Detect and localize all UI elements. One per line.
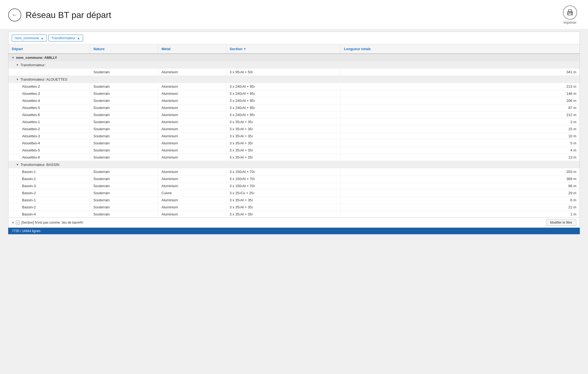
- cell-nature: Souterrain: [90, 140, 158, 147]
- cell-nature: Souterrain: [90, 168, 158, 175]
- table-row: Bassin-2 Souterrain Aluminium 3 x 352 Al…: [8, 204, 580, 211]
- cell-nature: Souterrain: [90, 111, 158, 118]
- cell-nature: Souterrain: [90, 118, 158, 125]
- cell-depart: Bassin-2: [8, 190, 90, 196]
- table-row: Bassin-2 Souterrain Aluminium 3 x 1502 A…: [8, 175, 580, 183]
- cell-longueur: 203 m: [341, 168, 580, 175]
- col-metal[interactable]: Métal: [158, 44, 226, 53]
- cell-section: 3 x 2402 Al + 952: [226, 97, 341, 104]
- group-tag-transformateur[interactable]: Transformateur ▲: [48, 35, 83, 41]
- group-label: Transformateur:: [20, 63, 45, 67]
- print-button[interactable]: Imprimer: [563, 5, 577, 25]
- cell-section: 3 x 352 Al + 352: [226, 197, 341, 203]
- print-label: Imprimer: [563, 21, 576, 25]
- filter-x-icon[interactable]: ✕: [12, 221, 14, 224]
- group-tag-commune[interactable]: nom_commune ▲: [12, 35, 47, 41]
- cell-nature: Souterrain: [90, 175, 158, 182]
- cell-longueur: 1 m: [341, 211, 580, 217]
- cell-metal: Aluminium: [158, 183, 226, 189]
- table-body: ▼nom_commune: AMILLY▼Transformateur: Sou…: [8, 54, 580, 217]
- cell-depart: Alouettes-5: [8, 147, 90, 154]
- cell-section: 3 x 352 Al + 352: [226, 140, 341, 147]
- table-row: Bassin-2 Souterrain Cuivre 3 x 252 Cu + …: [8, 190, 580, 197]
- col-longueur[interactable]: Longueur totale: [341, 44, 580, 53]
- col-section[interactable]: Section ▼: [226, 44, 341, 53]
- cell-nature: Souterrain: [90, 183, 158, 189]
- cell-longueur: 213 m: [341, 83, 580, 90]
- back-button[interactable]: ←: [8, 8, 21, 22]
- table-row: Bassin-1 Souterrain Aluminium 3 x 352 Al…: [8, 197, 580, 204]
- cell-depart: Alouettes-5: [8, 104, 90, 111]
- cell-metal: Cuivre: [158, 190, 226, 196]
- header: ← Réseau BT par départ Imprimer: [0, 0, 588, 29]
- collapse-icon[interactable]: ▼: [16, 163, 19, 166]
- cell-depart: Alouettes-2: [8, 83, 90, 90]
- cell-section: 3 x 352 Al + 352: [226, 211, 341, 217]
- cell-section: 3 x 252 Cu + 252: [226, 190, 341, 196]
- cell-nature: Souterrain: [90, 104, 158, 111]
- cell-longueur: 5 m: [341, 140, 580, 147]
- table-row: Bassin-4 Souterrain Aluminium 3 x 352 Al…: [8, 211, 580, 217]
- collapse-icon[interactable]: ▼: [16, 63, 19, 66]
- cell-metal: Aluminium: [158, 111, 226, 118]
- table-row: Alouettes-5 Souterrain Aluminium 3 x 240…: [8, 104, 580, 111]
- cell-longueur: 212 m: [341, 111, 580, 118]
- cell-section: 3 x 352 Al + 352: [226, 147, 341, 154]
- cell-nature: Souterrain: [90, 204, 158, 211]
- group-label: Transformateur: ALOUETTES: [20, 77, 67, 81]
- cell-nature: Souterrain: [90, 97, 158, 104]
- cell-nature: Souterrain: [90, 90, 158, 97]
- cell-section: 3 x 1502 Al + 702: [226, 168, 341, 175]
- cell-longueur: 146 m: [341, 90, 580, 97]
- cell-longueur: 87 m: [341, 104, 580, 111]
- cell-metal: Aluminium: [158, 97, 226, 104]
- group-row: ▼Transformateur:: [8, 61, 580, 69]
- filter-checkbox[interactable]: ✓: [16, 221, 20, 224]
- col-nature[interactable]: Nature: [90, 44, 158, 53]
- cell-longueur: 4 m: [341, 147, 580, 154]
- cell-section: 3 x 352 Al + 352: [226, 154, 341, 161]
- data-table: nom_commune ▲ Transformateur ▲ Départ Na…: [8, 32, 580, 228]
- cell-metal: Aluminium: [158, 154, 226, 161]
- cell-longueur: 21 m: [341, 204, 580, 211]
- cell-section: 3 x 352 Al + 352: [226, 133, 341, 139]
- modify-filter-button[interactable]: Modifier le filtre: [546, 219, 576, 226]
- cell-longueur: 6 m: [341, 197, 580, 203]
- cell-metal: Aluminium: [158, 168, 226, 175]
- collapse-icon[interactable]: ▼: [12, 56, 14, 59]
- table-header: Départ Nature Métal Section ▼ Longueur t…: [8, 44, 580, 54]
- table-row: Bassin-3 Souterrain Aluminium 3 x 1502 A…: [8, 183, 580, 190]
- table-row: Alouettes-5 Souterrain Aluminium 3 x 352…: [8, 147, 580, 154]
- group-label: nom_commune: AMILLY: [16, 56, 57, 60]
- col-depart[interactable]: Départ: [8, 44, 90, 53]
- cell-metal: Aluminium: [158, 69, 226, 75]
- col-section-label: Section: [230, 47, 242, 51]
- cell-metal: Aluminium: [158, 140, 226, 147]
- cell-nature: Souterrain: [90, 154, 158, 161]
- table-row: Alouettes-2 Souterrain Aluminium 3 x 352…: [8, 126, 580, 133]
- cell-depart: Alouettes-3: [8, 90, 90, 97]
- group-tag-transformateur-arrow: ▲: [77, 37, 80, 40]
- cell-longueur: 206 m: [341, 97, 580, 104]
- collapse-icon[interactable]: ▼: [16, 78, 19, 81]
- filter-bar: ✕ ✓ [Section] N'est pas comme 'Jeu de ba…: [8, 217, 580, 227]
- cell-section: 3 x 2402 Al + 952: [226, 90, 341, 97]
- cell-section: 3 x 1502 Al + 702: [226, 175, 341, 182]
- table-row: Alouettes-3 Souterrain Aluminium 3 x 240…: [8, 90, 580, 97]
- cell-nature: Souterrain: [90, 211, 158, 217]
- group-label: Transformateur: BASSIN: [20, 163, 59, 167]
- cell-section: 3 x 2402 Al + 952: [226, 104, 341, 111]
- cell-nature: Souterrain: [90, 147, 158, 154]
- cell-metal: Aluminium: [158, 104, 226, 111]
- table-row: Alouettes-2 Souterrain Aluminium 3 x 240…: [8, 83, 580, 90]
- cell-longueur: 13 m: [341, 154, 580, 161]
- table-row: Alouettes-4 Souterrain Aluminium 3 x 352…: [8, 140, 580, 147]
- cell-section: 3 x 2402 Al + 952: [226, 111, 341, 118]
- cell-metal: Aluminium: [158, 211, 226, 217]
- cell-metal: Aluminium: [158, 175, 226, 182]
- filter-left: ✕ ✓ [Section] N'est pas comme 'Jeu de ba…: [12, 221, 83, 224]
- cell-depart: Alouettes-6: [8, 154, 90, 161]
- cell-section: 3 x 2402 Al + 952: [226, 83, 341, 90]
- cell-section: 3 x 352 Al + 352: [226, 126, 341, 132]
- group-tag-transformateur-label: Transformateur: [51, 36, 75, 40]
